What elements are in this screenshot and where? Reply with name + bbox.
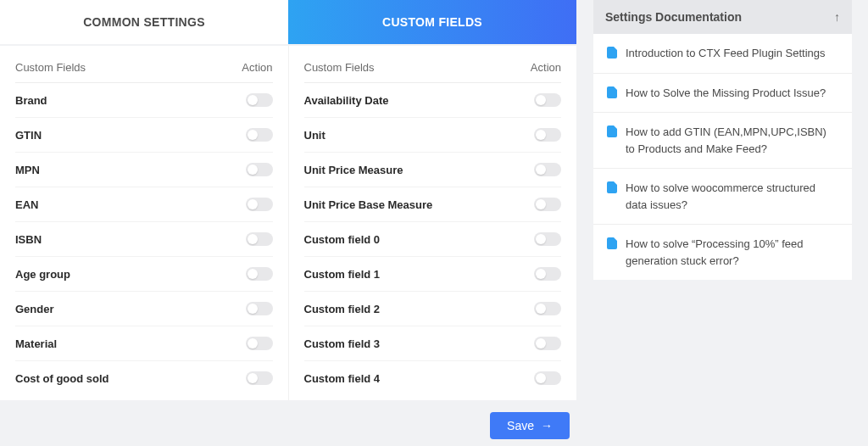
panel-right-title: Custom Fields (304, 61, 375, 74)
field-row: Custom field 3 (304, 326, 562, 361)
field-row: Age group (15, 257, 273, 292)
toggle-switch[interactable] (246, 232, 273, 246)
panel-right-fields: Availability DateUnitUnit Price MeasureU… (304, 83, 562, 395)
toggle-switch[interactable] (534, 302, 561, 315)
doc-item-label: How to solve woocommerce structured data… (626, 180, 838, 213)
doc-item-label: How to Solve the Missing Product Issue? (626, 85, 826, 102)
doc-item-label: How to solve “Processing 10%” feed gener… (626, 236, 838, 269)
save-button[interactable]: Save → (490, 412, 570, 439)
toggle-switch[interactable] (246, 337, 273, 350)
field-label: Age group (15, 268, 70, 281)
document-icon (607, 125, 617, 137)
toggle-switch[interactable] (534, 163, 561, 176)
collapse-icon[interactable]: ↑ (834, 10, 840, 24)
field-label: Unit (304, 129, 326, 142)
sidebar: Settings Documentation ↑ Introduction to… (593, 0, 852, 439)
document-icon (607, 86, 617, 98)
panel-left: Custom Fields Action BrandGTINMPNEANISBN… (0, 46, 288, 400)
doc-item[interactable]: Introduction to CTX Feed Plugin Settings (593, 34, 852, 74)
panel-right: Custom Fields Action Availability DateUn… (288, 46, 577, 400)
field-row: Gender (15, 292, 273, 326)
tabs: COMMON SETTINGS CUSTOM FIELDS (0, 0, 576, 44)
toggle-switch[interactable] (246, 267, 273, 281)
save-button-label: Save (507, 419, 534, 432)
field-label: Unit Price Measure (304, 164, 403, 176)
field-row: Cost of good sold (15, 361, 273, 395)
document-icon (607, 181, 617, 193)
field-label: MPN (15, 164, 40, 176)
field-label: ISBN (15, 233, 42, 246)
toggle-switch[interactable] (246, 302, 273, 315)
doc-header: Settings Documentation ↑ (593, 0, 852, 34)
field-row: GTIN (15, 118, 273, 153)
arrow-right-icon: → (541, 419, 553, 432)
field-row: ISBN (15, 222, 273, 257)
doc-item[interactable]: How to Solve the Missing Product Issue? (593, 74, 852, 114)
field-row: Availability Date (304, 83, 562, 118)
toggle-switch[interactable] (534, 337, 561, 350)
doc-item[interactable]: How to solve “Processing 10%” feed gener… (593, 225, 852, 280)
panel-left-action-label: Action (242, 61, 272, 74)
panel-right-action-label: Action (531, 61, 561, 74)
doc-list: Introduction to CTX Feed Plugin Settings… (593, 34, 852, 280)
field-label: Custom field 0 (304, 233, 381, 246)
field-row: Custom field 2 (304, 292, 562, 326)
panels: Custom Fields Action BrandGTINMPNEANISBN… (0, 46, 576, 400)
field-row: Brand (15, 83, 273, 118)
doc-item-label: Introduction to CTX Feed Plugin Settings (626, 45, 826, 62)
field-label: Availability Date (304, 94, 389, 107)
toggle-switch[interactable] (534, 232, 561, 246)
toggle-switch[interactable] (534, 371, 561, 385)
doc-item[interactable]: How to solve woocommerce structured data… (593, 169, 852, 225)
field-row: Custom field 1 (304, 257, 562, 292)
field-label: EAN (15, 198, 38, 211)
field-label: Custom field 4 (304, 372, 381, 385)
toggle-switch[interactable] (534, 93, 561, 107)
field-label: Brand (15, 94, 47, 107)
field-row: Custom field 0 (304, 222, 562, 257)
doc-item[interactable]: How to add GTIN (EAN,MPN,UPC,ISBN) to Pr… (593, 113, 852, 169)
field-label: Cost of good sold (15, 372, 108, 385)
field-row: Unit Price Base Measure (304, 187, 562, 222)
field-label: GTIN (15, 129, 42, 142)
toggle-switch[interactable] (246, 93, 273, 107)
toggle-switch[interactable] (534, 128, 561, 142)
main-area: COMMON SETTINGS CUSTOM FIELDS Custom Fie… (0, 0, 576, 439)
field-label: Unit Price Base Measure (304, 198, 433, 211)
panel-left-title: Custom Fields (15, 61, 86, 74)
doc-item-label: How to add GTIN (EAN,MPN,UPC,ISBN) to Pr… (626, 124, 838, 157)
field-label: Custom field 2 (304, 303, 381, 315)
toggle-switch[interactable] (246, 198, 273, 211)
field-row: Unit Price Measure (304, 153, 562, 187)
field-row: Unit (304, 118, 562, 153)
field-label: Custom field 3 (304, 337, 381, 350)
panel-left-fields: BrandGTINMPNEANISBNAge groupGenderMateri… (15, 83, 273, 395)
field-label: Material (15, 337, 57, 350)
field-label: Custom field 1 (304, 268, 381, 281)
tab-common-settings[interactable]: COMMON SETTINGS (0, 0, 288, 44)
save-row: Save → (0, 400, 576, 439)
field-label: Gender (15, 303, 54, 315)
doc-title: Settings Documentation (605, 10, 742, 24)
field-row: EAN (15, 187, 273, 222)
tab-custom-fields[interactable]: CUSTOM FIELDS (288, 0, 576, 44)
toggle-switch[interactable] (246, 128, 273, 142)
toggle-switch[interactable] (246, 371, 273, 385)
toggle-switch[interactable] (246, 163, 273, 176)
field-row: MPN (15, 153, 273, 187)
document-icon (607, 237, 617, 249)
document-icon (607, 47, 617, 59)
field-row: Custom field 4 (304, 361, 562, 395)
toggle-switch[interactable] (534, 267, 561, 281)
toggle-switch[interactable] (534, 198, 561, 211)
field-row: Material (15, 326, 273, 361)
